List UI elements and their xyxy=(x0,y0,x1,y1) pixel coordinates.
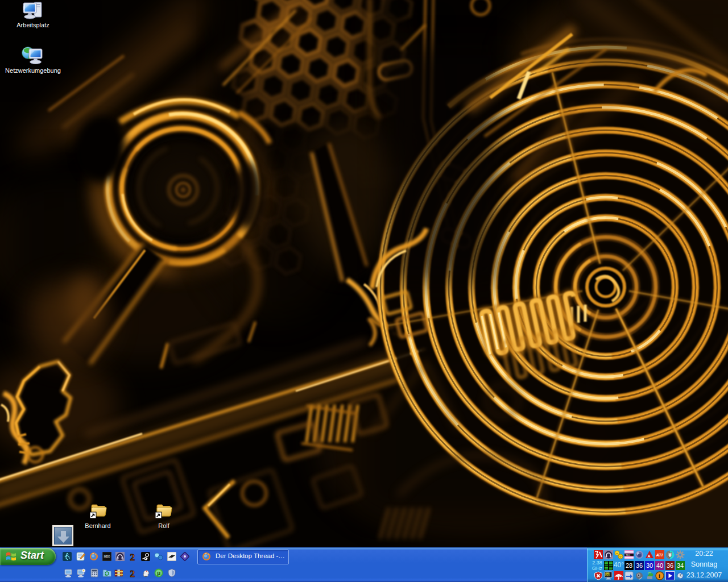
svg-text:A: A xyxy=(648,554,651,558)
svg-text:µ: µ xyxy=(157,569,160,576)
svg-text:ATI: ATI xyxy=(656,552,663,558)
svg-text:MDO: MDO xyxy=(104,555,110,558)
svg-text:2: 2 xyxy=(130,552,135,561)
svg-text:TEO: TEO xyxy=(626,554,630,556)
svg-text:i: i xyxy=(659,573,660,579)
svg-text:99: 99 xyxy=(606,573,609,576)
svg-text:2: 2 xyxy=(130,568,135,577)
